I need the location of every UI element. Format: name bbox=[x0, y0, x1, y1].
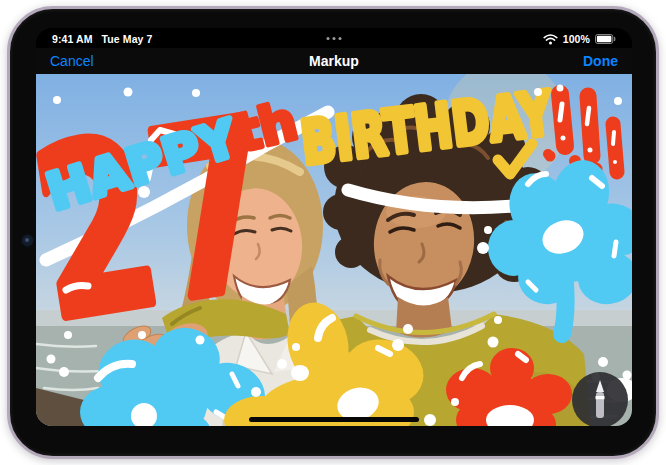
done-button[interactable]: Done bbox=[583, 53, 618, 69]
markup-toolbar: Cancel Markup Done bbox=[36, 48, 632, 74]
home-indicator[interactable] bbox=[249, 417, 419, 422]
status-date: Tue May 7 bbox=[102, 33, 153, 45]
multitask-indicator-icon[interactable] bbox=[327, 37, 342, 40]
wifi-icon bbox=[543, 34, 558, 45]
marker-pen-icon bbox=[589, 378, 611, 422]
battery-percent: 100% bbox=[563, 33, 590, 45]
pen-tool-button[interactable] bbox=[572, 372, 628, 426]
page-title: Markup bbox=[36, 53, 632, 69]
status-bar: 9:41 AM Tue May 7 100% bbox=[36, 28, 632, 48]
markup-photo-canvas[interactable]: 27 HAPPY th BIRTHDAY bbox=[36, 74, 632, 426]
battery-icon bbox=[595, 34, 616, 44]
ipad-screen: 9:41 AM Tue May 7 100% Cancel Markup Don… bbox=[36, 28, 632, 426]
status-time: 9:41 AM bbox=[52, 33, 93, 45]
screenshot-stage: 9:41 AM Tue May 7 100% Cancel Markup Don… bbox=[0, 0, 666, 465]
cancel-button[interactable]: Cancel bbox=[50, 53, 94, 69]
front-camera bbox=[21, 234, 34, 247]
